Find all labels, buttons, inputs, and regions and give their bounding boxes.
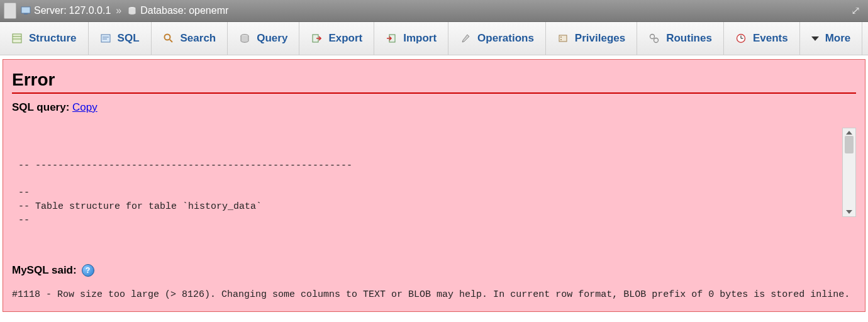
tab-sql[interactable]: SQL [89, 22, 152, 55]
tab-label: Query [257, 32, 287, 45]
tab-label: Routines [666, 32, 712, 45]
svg-point-9 [164, 35, 170, 40]
tab-label: SQL [118, 32, 140, 45]
sql-query-header: SQL query: Copy [12, 100, 856, 115]
svg-point-17 [650, 35, 655, 39]
breadcrumb-separator: » [116, 5, 121, 16]
sql-code-block: -- -------------------------------------… [12, 128, 856, 247]
privileges-icon [557, 33, 569, 44]
error-title: Error [12, 70, 856, 90]
svg-point-15 [560, 36, 562, 38]
tab-routines[interactable]: Routines [637, 22, 724, 55]
sql-query-label: SQL query: [12, 101, 69, 113]
tab-events[interactable]: Events [724, 22, 800, 55]
operations-icon [460, 33, 471, 44]
panel-collapse-handle[interactable] [4, 3, 16, 19]
tab-label: Operations [477, 32, 534, 45]
svg-rect-6 [101, 35, 110, 42]
database-value[interactable]: openemr [189, 5, 228, 16]
error-divider [12, 92, 856, 94]
tab-structure[interactable]: Structure [0, 22, 89, 55]
export-icon [311, 33, 322, 44]
tab-more[interactable]: More [800, 22, 863, 55]
search-icon [163, 33, 174, 44]
svg-rect-14 [559, 35, 567, 42]
svg-point-16 [560, 39, 562, 40]
breadcrumb-bar: Server: 127.0.0.1 » Database: openemr ⤢ [0, 0, 868, 22]
svg-rect-1 [24, 13, 28, 14]
scroll-thumb[interactable] [845, 136, 854, 153]
tab-operations[interactable]: Operations [448, 22, 546, 55]
chevron-down-icon [811, 36, 819, 41]
database-icon [126, 5, 138, 16]
copy-link[interactable]: Copy [72, 101, 97, 113]
svg-rect-0 [21, 7, 30, 13]
tab-export[interactable]: Export [299, 22, 374, 55]
svg-line-10 [170, 40, 172, 42]
structure-icon [11, 33, 23, 44]
tab-label: Structure [29, 32, 77, 45]
tab-privileges[interactable]: Privileges [546, 22, 637, 55]
tab-label: Privileges [575, 32, 625, 45]
tab-label: More [825, 32, 851, 45]
svg-rect-3 [13, 34, 21, 43]
tab-search[interactable]: Search [152, 22, 228, 55]
tab-label: Import [403, 32, 437, 45]
scroll-up-icon[interactable] [846, 131, 852, 135]
error-panel: Error SQL query: Copy -- ---------------… [3, 59, 865, 312]
scrollbar[interactable] [842, 128, 856, 217]
routines-icon [648, 33, 660, 44]
mysql-error-message: #1118 - Row size too large (> 8126). Cha… [12, 289, 856, 300]
mysql-said-label: MySQL said: [12, 264, 77, 277]
import-icon [386, 33, 397, 44]
close-icon[interactable]: ⤢ [851, 4, 860, 18]
server-label: Server: [34, 5, 67, 16]
tab-label: Search [181, 32, 216, 45]
tab-label: Export [328, 32, 362, 45]
mysql-said-line: MySQL said: ? [12, 264, 856, 277]
query-icon [239, 33, 250, 44]
tab-import[interactable]: Import [374, 22, 448, 55]
tab-query[interactable]: Query [228, 22, 299, 55]
database-label: Database: [140, 5, 186, 16]
tab-label: Events [753, 32, 788, 45]
help-icon[interactable]: ? [82, 264, 94, 277]
sql-icon [100, 33, 111, 44]
events-icon [735, 33, 747, 44]
tab-bar: Structure SQL Search Query Export Import… [0, 22, 868, 55]
server-value[interactable]: 127.0.0.1 [69, 5, 111, 16]
sql-code-container: -- -------------------------------------… [12, 128, 856, 247]
server-icon [20, 5, 31, 16]
svg-point-18 [654, 38, 659, 43]
scroll-down-icon[interactable] [846, 210, 852, 214]
